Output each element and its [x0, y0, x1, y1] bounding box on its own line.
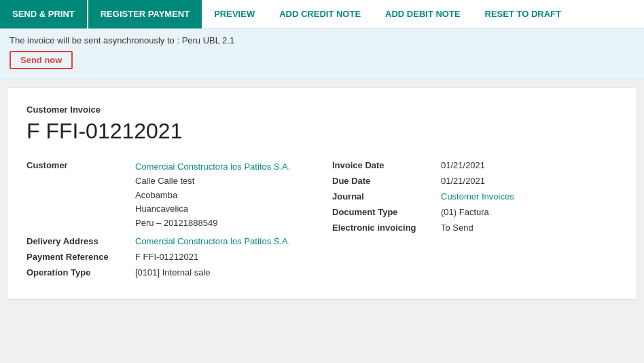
address-line2: Acobamba	[135, 189, 290, 203]
invoice-right-section: Invoice Date 01/21/2021 Due Date 01/21/2…	[332, 160, 618, 283]
send-banner-message: The invoice will be sent asynchronously …	[10, 35, 634, 45]
invoice-card: Customer Invoice F FFI-01212021 Customer…	[7, 88, 637, 300]
document-type-row: Document Type (01) Factura	[332, 207, 618, 217]
payment-reference-row: Payment Reference F FFI-01212021	[26, 252, 312, 262]
customer-address: Comercial Constructora los Patitos S.A. …	[135, 160, 290, 231]
electronic-invoicing-label: Electronic invoicing	[332, 223, 441, 233]
payment-reference-label: Payment Reference	[26, 252, 135, 262]
journal-value[interactable]: Customer Invoices	[441, 191, 514, 202]
invoice-date-label: Invoice Date	[332, 160, 441, 170]
electronic-invoicing-value: To Send	[441, 223, 473, 233]
due-date-value: 01/21/2021	[441, 176, 485, 186]
add-credit-note-button[interactable]: ADD CREDIT NOTE	[267, 0, 373, 28]
register-payment-button[interactable]: REGISTER PAYMENT	[88, 0, 202, 28]
document-type-label: Document Type	[332, 207, 441, 217]
invoice-fields: Customer Comercial Constructora los Pati…	[26, 160, 618, 283]
journal-row: Journal Customer Invoices	[332, 191, 618, 202]
payment-reference-value: F FFI-01212021	[135, 252, 198, 262]
add-debit-note-button[interactable]: ADD DEBIT NOTE	[373, 0, 473, 28]
invoice-date-row: Invoice Date 01/21/2021	[332, 160, 618, 170]
due-date-label: Due Date	[332, 176, 441, 186]
document-type-value: (01) Factura	[441, 207, 489, 217]
customer-field-row: Customer Comercial Constructora los Pati…	[26, 160, 312, 231]
electronic-invoicing-row: Electronic invoicing To Send	[332, 223, 618, 233]
invoice-date-value: 01/21/2021	[441, 160, 485, 170]
toolbar: SEND & PRINT REGISTER PAYMENT PREVIEW AD…	[0, 0, 644, 28]
invoice-type-label: Customer Invoice	[26, 104, 618, 115]
journal-label: Journal	[332, 191, 441, 202]
customer-name[interactable]: Comercial Constructora los Patitos S.A.	[135, 160, 290, 174]
invoice-number: F FFI-01212021	[26, 119, 618, 144]
operation-type-row: Operation Type [0101] Internal sale	[26, 267, 312, 278]
operation-type-label: Operation Type	[26, 267, 135, 278]
address-line3: Huancavelica	[135, 202, 290, 216]
customer-label: Customer	[26, 160, 135, 170]
invoice-left-section: Customer Comercial Constructora los Pati…	[26, 160, 312, 283]
due-date-row: Due Date 01/21/2021	[332, 176, 618, 186]
address-line1: Calle Calle test	[135, 174, 290, 189]
address-line4: Peru – 20121888549	[135, 216, 290, 231]
send-banner: The invoice will be sent asynchronously …	[0, 28, 644, 79]
delivery-address-row: Delivery Address Comercial Constructora …	[26, 236, 312, 246]
operation-type-value: [0101] Internal sale	[135, 267, 211, 278]
send-print-button[interactable]: SEND & PRINT	[0, 0, 87, 28]
send-now-button[interactable]: Send now	[10, 51, 73, 69]
reset-to-draft-button[interactable]: RESET TO DRAFT	[473, 0, 573, 28]
delivery-address-label: Delivery Address	[26, 236, 135, 246]
preview-button[interactable]: PREVIEW	[202, 0, 267, 28]
delivery-address-value[interactable]: Comercial Constructora los Patitos S.A.	[135, 236, 290, 246]
